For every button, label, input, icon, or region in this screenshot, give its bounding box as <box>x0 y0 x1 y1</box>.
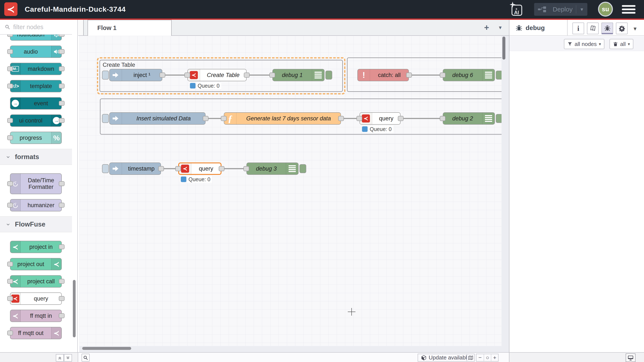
output-port[interactable] <box>338 116 344 121</box>
canvas-search-button[interactable] <box>82 354 90 362</box>
input-port[interactable] <box>7 296 13 301</box>
filter-nodes-input[interactable] <box>13 24 64 31</box>
output-port[interactable] <box>59 101 64 106</box>
palette-node-event[interactable]: →event <box>10 97 62 110</box>
zoom-out-button[interactable]: − <box>476 354 484 361</box>
flow-canvas[interactable]: Create Tableinject ¹≺Create Tabledebug 1… <box>79 36 502 346</box>
palette-node-project-in[interactable]: ≺project in <box>10 241 62 253</box>
output-port[interactable] <box>59 279 64 284</box>
output-port[interactable] <box>158 166 164 171</box>
output-port[interactable] <box>406 73 412 78</box>
palette-node-humanizer[interactable]: humanizer <box>10 199 62 211</box>
config-tab-button[interactable] <box>616 22 628 34</box>
input-port[interactable] <box>7 66 13 71</box>
output-port[interactable] <box>219 166 224 171</box>
input-port[interactable] <box>356 116 362 121</box>
output-port[interactable] <box>59 244 64 249</box>
input-port[interactable] <box>7 135 13 140</box>
input-port[interactable] <box>7 279 13 284</box>
node-gen-7days[interactable]: ƒGenerate last 7 days sensor data <box>224 112 341 125</box>
output-port[interactable] <box>244 73 250 78</box>
inject-trigger-button[interactable] <box>102 114 109 123</box>
input-port[interactable] <box>184 73 190 78</box>
navigator-button[interactable] <box>466 354 475 362</box>
input-port[interactable] <box>270 73 275 78</box>
help-tab-button[interactable] <box>587 22 599 34</box>
input-port[interactable] <box>440 116 446 121</box>
palette-node-ff-mqtt-out[interactable]: ff mqtt out≺ <box>10 327 62 339</box>
output-port[interactable] <box>59 203 64 207</box>
palette-node-progress[interactable]: progress% <box>10 132 62 144</box>
palette-node-audio[interactable]: audio <box>10 45 62 58</box>
main-menu-button[interactable] <box>622 5 636 14</box>
output-port[interactable] <box>59 296 64 301</box>
debug-toggle-button[interactable] <box>496 114 502 123</box>
input-port[interactable] <box>7 181 13 186</box>
output-port[interactable] <box>160 73 165 78</box>
info-tab-button[interactable]: i <box>572 22 584 34</box>
palette-node-markdown[interactable]: M↓markdown <box>10 63 62 75</box>
palette-node-project-out[interactable]: project out≺ <box>10 258 62 270</box>
output-port[interactable] <box>59 49 64 54</box>
palette-scrollbar[interactable] <box>73 280 76 337</box>
palette-node-ff-mqtt-in[interactable]: ≺ff mqtt in <box>10 310 62 322</box>
palette-node-ui-control[interactable]: ui control→ <box>10 114 62 127</box>
node-query-3[interactable]: ≺query <box>178 163 222 175</box>
add-flow-button[interactable]: + <box>481 21 492 33</box>
input-port[interactable] <box>7 118 13 123</box>
output-port[interactable] <box>398 116 404 121</box>
canvas-vertical-scrollbar[interactable] <box>502 37 505 60</box>
palette-node-query[interactable]: ≺query <box>10 292 62 305</box>
input-port[interactable] <box>244 166 249 171</box>
debug-toggle-button[interactable] <box>496 71 502 80</box>
debug-toggle-button[interactable] <box>326 71 332 80</box>
debug-clear-button[interactable]: all ▾ <box>610 39 633 49</box>
palette-section-flowfuse[interactable]: FlowFuse <box>0 216 72 232</box>
open-dashboard-button[interactable] <box>626 354 636 362</box>
palette-expand-all-button[interactable] <box>64 354 72 362</box>
deploy-caret-icon[interactable]: ▾ <box>576 6 587 12</box>
input-port[interactable] <box>175 166 181 171</box>
inject-trigger-button[interactable] <box>102 71 109 80</box>
node-debug-3[interactable]: debug 3 <box>246 163 298 175</box>
ai-assistant-button[interactable]: AI <box>510 2 524 16</box>
node-create-table[interactable]: ≺Create Table <box>188 69 246 81</box>
input-port[interactable] <box>7 203 13 207</box>
node-timestamp[interactable]: timestamp <box>109 163 161 175</box>
inject-trigger-button[interactable] <box>102 164 109 173</box>
output-port[interactable] <box>59 118 64 123</box>
node-debug-2[interactable]: debug 2 <box>443 112 495 125</box>
palette-section-formats[interactable]: formats <box>0 149 72 165</box>
palette-node-template[interactable]: </>template <box>10 80 62 92</box>
input-port[interactable] <box>7 262 13 266</box>
sidebar-tab-debug[interactable]: debug <box>510 20 568 36</box>
debug-filter-button[interactable]: all nodes ▾ <box>564 39 604 49</box>
input-port[interactable] <box>221 116 226 121</box>
zoom-reset-button[interactable]: ○ <box>484 354 491 361</box>
node-query-2[interactable]: ≺query <box>360 112 400 125</box>
node-debug-6[interactable]: debug 6 <box>443 69 495 81</box>
zoom-in-button[interactable]: + <box>491 354 498 361</box>
node-catch-all[interactable]: !catch: all <box>357 69 409 81</box>
input-port[interactable] <box>7 84 13 88</box>
palette-collapse-all-button[interactable] <box>56 354 64 362</box>
output-port[interactable] <box>203 116 208 121</box>
palette-node-date-time-formatter[interactable]: Date/Time Formatter <box>10 173 62 194</box>
node-insert-sim[interactable]: Insert simulated Data <box>109 112 206 125</box>
input-port[interactable] <box>440 73 446 78</box>
input-port[interactable] <box>7 331 13 336</box>
node-inject-1[interactable]: inject ¹ <box>109 69 162 81</box>
sidebar-menu-caret[interactable]: ▾ <box>634 25 636 32</box>
debug-tab-button[interactable] <box>602 22 613 34</box>
deploy-button[interactable]: Deploy ▾ <box>534 3 587 16</box>
update-available-button[interactable]: Update available <box>418 354 474 362</box>
palette-node-project-call[interactable]: ≺project call <box>10 275 62 288</box>
output-port[interactable] <box>59 84 64 88</box>
output-port[interactable] <box>59 313 64 318</box>
user-avatar[interactable]: su <box>598 2 613 16</box>
partial-flow-tab[interactable] <box>78 20 84 35</box>
output-port[interactable] <box>59 66 64 71</box>
canvas-horizontal-scrollbar[interactable] <box>82 347 131 350</box>
node-debug-1[interactable]: debug 1 <box>272 69 324 81</box>
flow-list-button[interactable]: ▾ <box>495 21 505 33</box>
